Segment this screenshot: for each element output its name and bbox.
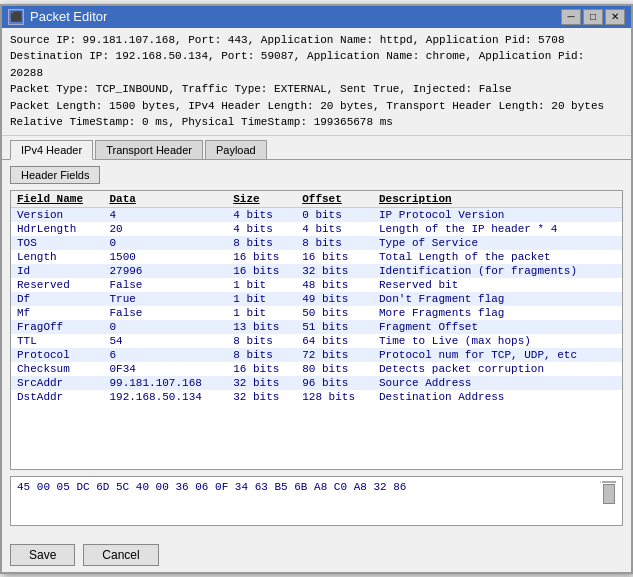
col-data: Data <box>103 191 227 208</box>
table-cell-0: TTL <box>11 334 103 348</box>
table-cell-3: 8 bits <box>296 236 373 250</box>
table-cell-1: 0F34 <box>103 362 227 376</box>
table-cell-1: 1500 <box>103 250 227 264</box>
info-line-2: Destination IP: 192.168.50.134, Port: 59… <box>10 48 623 81</box>
fields-table-container: Field Name Data Size Offset Description … <box>10 190 623 470</box>
table-cell-2: 13 bits <box>227 320 296 334</box>
table-row: TTL548 bits64 bitsTime to Live (max hops… <box>11 334 622 348</box>
table-row: ReservedFalse1 bit48 bitsReserved bit <box>11 278 622 292</box>
table-cell-1: 0 <box>103 236 227 250</box>
save-button[interactable]: Save <box>10 544 75 566</box>
table-cell-4: Don't Fragment flag <box>373 292 622 306</box>
info-line-4: Packet Length: 1500 bytes, IPv4 Header L… <box>10 98 623 115</box>
table-cell-4: Total Length of the packet <box>373 250 622 264</box>
table-cell-2: 16 bits <box>227 362 296 376</box>
title-bar-controls: ─ □ ✕ <box>561 9 625 25</box>
table-cell-3: 4 bits <box>296 222 373 236</box>
col-field-name: Field Name <box>11 191 103 208</box>
table-cell-1: False <box>103 306 227 320</box>
table-cell-0: FragOff <box>11 320 103 334</box>
table-cell-2: 32 bits <box>227 376 296 390</box>
tab-transport-header[interactable]: Transport Header <box>95 140 203 159</box>
table-cell-4: Detects packet corruption <box>373 362 622 376</box>
info-line-5: Relative TimeStamp: 0 ms, Physical TimeS… <box>10 114 623 131</box>
table-cell-3: 128 bits <box>296 390 373 404</box>
packet-editor-window: ⬛ Packet Editor ─ □ ✕ Source IP: 99.181.… <box>0 4 633 574</box>
table-cell-4: More Fragments flag <box>373 306 622 320</box>
footer: Save Cancel <box>2 538 631 572</box>
header-fields-button[interactable]: Header Fields <box>10 166 100 184</box>
table-cell-4: Destination Address <box>373 390 622 404</box>
tabs-container: IPv4 Header Transport Header Payload <box>2 136 631 160</box>
table-cell-1: True <box>103 292 227 306</box>
table-cell-4: Length of the IP header * 4 <box>373 222 622 236</box>
table-cell-4: Type of Service <box>373 236 622 250</box>
table-row: Version44 bits0 bitsIP Protocol Version <box>11 207 622 222</box>
table-cell-4: Time to Live (max hops) <box>373 334 622 348</box>
title-bar: ⬛ Packet Editor ─ □ ✕ <box>2 6 631 28</box>
table-cell-1: 54 <box>103 334 227 348</box>
hex-scrollbar[interactable] <box>600 481 616 483</box>
table-cell-2: 8 bits <box>227 236 296 250</box>
info-bar: Source IP: 99.181.107.168, Port: 443, Ap… <box>2 28 631 136</box>
table-header-row: Field Name Data Size Offset Description <box>11 191 622 208</box>
table-row: MfFalse1 bit50 bitsMore Fragments flag <box>11 306 622 320</box>
table-cell-2: 32 bits <box>227 390 296 404</box>
table-cell-4: Reserved bit <box>373 278 622 292</box>
tab-payload[interactable]: Payload <box>205 140 267 159</box>
table-row: Length150016 bits16 bitsTotal Length of … <box>11 250 622 264</box>
table-cell-1: 0 <box>103 320 227 334</box>
table-cell-0: Protocol <box>11 348 103 362</box>
table-row: DfTrue1 bit49 bitsDon't Fragment flag <box>11 292 622 306</box>
table-cell-4: Fragment Offset <box>373 320 622 334</box>
table-cell-3: 72 bits <box>296 348 373 362</box>
table-cell-4: Protocol num for TCP, UDP, etc <box>373 348 622 362</box>
table-row: Checksum0F3416 bits80 bitsDetects packet… <box>11 362 622 376</box>
table-row: Id2799616 bits32 bitsIdentification (for… <box>11 264 622 278</box>
table-row: TOS08 bits8 bitsType of Service <box>11 236 622 250</box>
table-cell-3: 16 bits <box>296 250 373 264</box>
tab-ipv4-header[interactable]: IPv4 Header <box>10 140 93 160</box>
content-area: Header Fields Field Name Data Size Offse… <box>2 160 631 538</box>
table-cell-1: 99.181.107.168 <box>103 376 227 390</box>
table-cell-2: 4 bits <box>227 207 296 222</box>
table-cell-2: 16 bits <box>227 250 296 264</box>
col-description: Description <box>373 191 622 208</box>
col-size: Size <box>227 191 296 208</box>
table-cell-2: 8 bits <box>227 334 296 348</box>
table-cell-2: 16 bits <box>227 264 296 278</box>
scrollbar-thumb[interactable] <box>603 484 615 504</box>
table-cell-3: 80 bits <box>296 362 373 376</box>
col-offset: Offset <box>296 191 373 208</box>
table-cell-2: 8 bits <box>227 348 296 362</box>
table-row: SrcAddr99.181.107.16832 bits96 bitsSourc… <box>11 376 622 390</box>
table-cell-4: IP Protocol Version <box>373 207 622 222</box>
table-cell-0: HdrLength <box>11 222 103 236</box>
minimize-button[interactable]: ─ <box>561 9 581 25</box>
hex-display: 45 00 05 DC 6D 5C 40 00 36 06 0F 34 63 B… <box>10 476 623 526</box>
table-cell-2: 1 bit <box>227 292 296 306</box>
table-cell-1: 20 <box>103 222 227 236</box>
table-cell-2: 1 bit <box>227 278 296 292</box>
close-button[interactable]: ✕ <box>605 9 625 25</box>
table-cell-0: Length <box>11 250 103 264</box>
table-cell-2: 4 bits <box>227 222 296 236</box>
table-cell-3: 0 bits <box>296 207 373 222</box>
table-cell-3: 48 bits <box>296 278 373 292</box>
table-cell-3: 96 bits <box>296 376 373 390</box>
cancel-button[interactable]: Cancel <box>83 544 158 566</box>
table-row: HdrLength204 bits4 bitsLength of the IP … <box>11 222 622 236</box>
table-cell-1: False <box>103 278 227 292</box>
table-cell-3: 49 bits <box>296 292 373 306</box>
scrollbar-track[interactable] <box>602 481 616 483</box>
table-cell-1: 27996 <box>103 264 227 278</box>
table-cell-0: SrcAddr <box>11 376 103 390</box>
maximize-button[interactable]: □ <box>583 9 603 25</box>
info-line-3: Packet Type: TCP_INBOUND, Traffic Type: … <box>10 81 623 98</box>
table-cell-0: Version <box>11 207 103 222</box>
hex-content: 45 00 05 DC 6D 5C 40 00 36 06 0F 34 63 B… <box>17 481 600 493</box>
table-cell-4: Identification (for fragments) <box>373 264 622 278</box>
table-cell-3: 64 bits <box>296 334 373 348</box>
info-line-1: Source IP: 99.181.107.168, Port: 443, Ap… <box>10 32 623 49</box>
window-icon: ⬛ <box>8 9 24 25</box>
